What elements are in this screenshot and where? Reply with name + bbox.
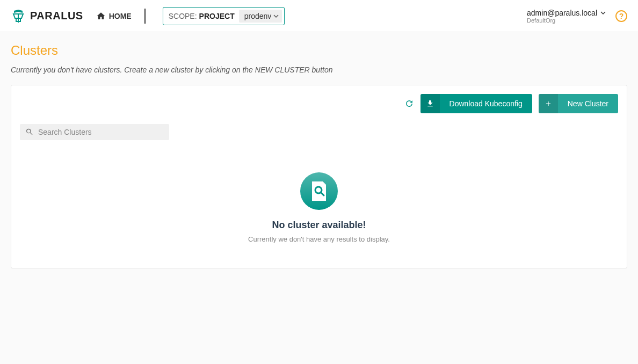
download-kubeconfig-label: Download Kubeconfig xyxy=(440,94,532,113)
user-block: admin@paralus.local DefaultOrg ? xyxy=(527,9,627,24)
scope-value-text: prodenv xyxy=(244,12,272,20)
scope-label: SCOPE: xyxy=(169,12,197,20)
page-content: Clusters Currently you don't have cluste… xyxy=(0,32,638,279)
clusters-card: Download Kubeconfig New Cluster xyxy=(11,85,627,268)
help-button[interactable]: ? xyxy=(615,10,627,22)
home-label: HOME xyxy=(109,12,132,20)
download-kubeconfig-button[interactable]: Download Kubeconfig xyxy=(421,94,532,113)
brand-text: PARALUS xyxy=(30,10,83,22)
user-menu[interactable]: admin@paralus.local xyxy=(527,9,606,17)
paralus-logo-icon xyxy=(11,9,26,24)
page-title: Clusters xyxy=(11,43,627,58)
search-clusters[interactable] xyxy=(20,124,169,140)
empty-state: No cluster available! Currently we don't… xyxy=(20,140,618,259)
new-cluster-label: New Cluster xyxy=(558,94,618,113)
document-search-icon xyxy=(310,180,328,202)
new-cluster-button[interactable]: New Cluster xyxy=(539,94,618,113)
scope-value-chip: prodenv xyxy=(239,10,282,23)
chevron-down-icon xyxy=(273,13,279,19)
brand-logo[interactable]: PARALUS xyxy=(11,9,83,24)
download-icon xyxy=(426,99,434,108)
search-icon xyxy=(25,128,34,136)
page-subtitle: Currently you don't have clusters. Creat… xyxy=(11,65,627,74)
refresh-icon xyxy=(404,99,414,108)
home-link[interactable]: HOME xyxy=(96,9,146,24)
search-input[interactable] xyxy=(38,128,164,136)
app-header: PARALUS HOME SCOPE: PROJECT prodenv admi… xyxy=(0,0,638,32)
chevron-down-icon xyxy=(600,10,606,16)
refresh-button[interactable] xyxy=(404,99,414,108)
empty-title: No cluster available! xyxy=(272,220,366,231)
scope-selector[interactable]: SCOPE: PROJECT prodenv xyxy=(163,7,285,25)
user-email: admin@paralus.local xyxy=(527,9,597,17)
plus-icon xyxy=(545,100,552,107)
home-icon xyxy=(96,11,106,21)
user-org: DefaultOrg xyxy=(527,17,606,24)
card-toolbar: Download Kubeconfig New Cluster xyxy=(20,94,618,113)
help-icon: ? xyxy=(619,12,624,20)
scope-kind: PROJECT xyxy=(199,12,235,20)
empty-desc: Currently we don't have any results to d… xyxy=(248,235,390,243)
empty-state-icon xyxy=(300,172,338,210)
